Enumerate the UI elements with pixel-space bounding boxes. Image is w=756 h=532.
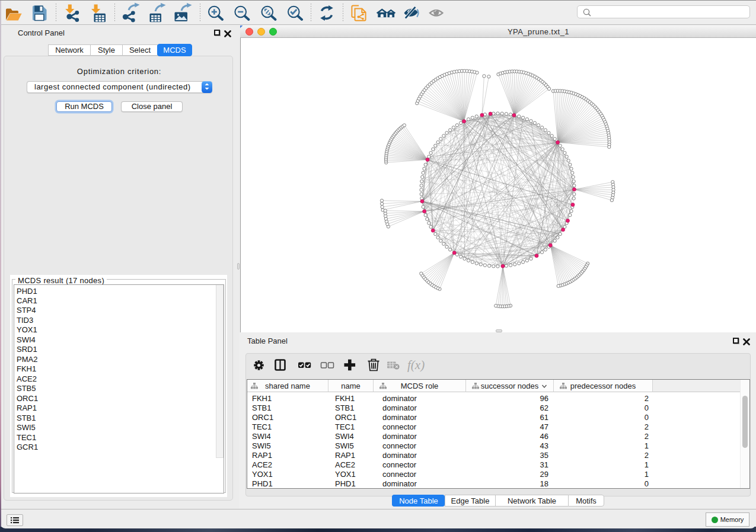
svg-text:f(x): f(x) xyxy=(407,358,425,372)
